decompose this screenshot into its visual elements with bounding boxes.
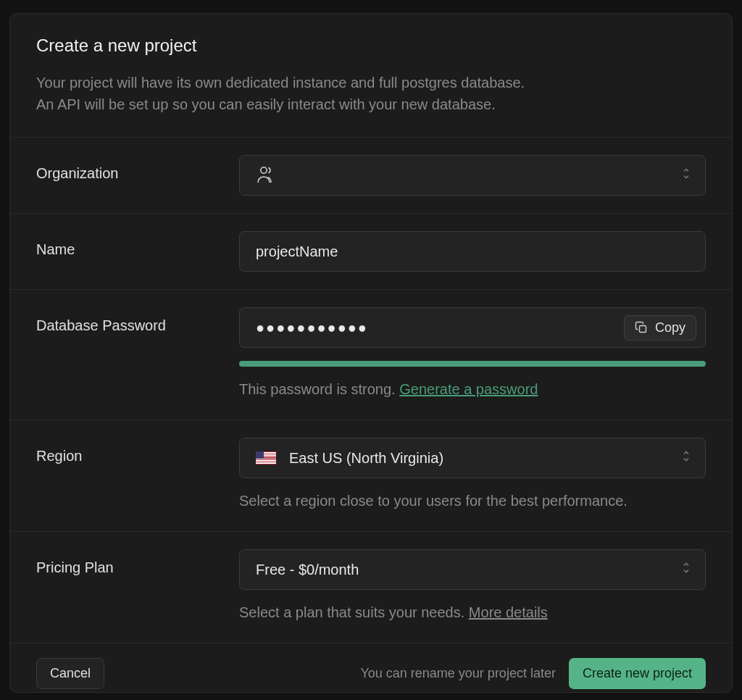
flag-us-icon (256, 451, 276, 464)
section-name: Name (10, 213, 732, 289)
rename-hint: You can rename your project later (360, 666, 556, 681)
modal-title: Create a new project (36, 36, 706, 56)
create-project-modal: Create a new project Your project will h… (9, 13, 733, 693)
region-hint: Select a region close to your users for … (239, 493, 706, 509)
plan-selected-value: Free - $0/month (256, 562, 359, 578)
chevron-updown-icon (682, 450, 691, 467)
modal-footer: Cancel You can rename your project later… (10, 643, 732, 700)
db-password-input[interactable]: ●●●●●●●●●●● (256, 320, 617, 336)
section-password: Database Password ●●●●●●●●●●● Copy This … (10, 289, 732, 420)
users-icon (256, 165, 278, 186)
label-plan: Pricing Plan (36, 549, 239, 576)
svg-rect-1 (639, 326, 646, 333)
copy-button-label: Copy (655, 320, 685, 336)
region-selected-value: East US (North Virginia) (289, 450, 443, 467)
region-select[interactable]: East US (North Virginia) (239, 438, 706, 478)
label-region: Region (36, 438, 239, 464)
section-region: Region East US (North Virginia) Select a… (10, 420, 732, 531)
cancel-button[interactable]: Cancel (36, 658, 104, 689)
project-name-input[interactable] (256, 243, 689, 260)
section-plan: Pricing Plan Free - $0/month Select a pl… (10, 531, 732, 643)
chevron-updown-icon (682, 167, 691, 184)
project-name-input-wrap (239, 231, 706, 272)
copy-icon (635, 321, 648, 334)
chevron-updown-icon (682, 562, 691, 578)
modal-header: Create a new project Your project will h… (10, 14, 732, 137)
more-details-link[interactable]: More details (469, 604, 548, 620)
label-password: Database Password (36, 307, 239, 334)
section-organization: Organization (10, 137, 732, 213)
plan-hint: Select a plan that suits your needs. Mor… (239, 604, 706, 621)
modal-description-line: Your project will have its own dedicated… (36, 72, 706, 93)
plan-hint-text: Select a plan that suits your needs. (239, 604, 469, 620)
label-name: Name (36, 231, 239, 258)
generate-password-link[interactable]: Generate a password (399, 381, 538, 397)
organization-select[interactable] (239, 155, 706, 196)
svg-point-0 (261, 167, 267, 173)
modal-description: Your project will have its own dedicated… (36, 72, 706, 115)
db-password-input-wrap: ●●●●●●●●●●● Copy (239, 307, 706, 348)
copy-password-button[interactable]: Copy (624, 315, 696, 341)
create-project-button[interactable]: Create new project (569, 658, 706, 689)
password-strength-text: This password is strong. (239, 381, 396, 397)
plan-select[interactable]: Free - $0/month (239, 549, 706, 590)
modal-description-line: An API will be set up so you can easily … (36, 93, 706, 115)
password-strength-bar (239, 361, 706, 367)
label-organization: Organization (36, 155, 239, 182)
password-hint: This password is strong. Generate a pass… (239, 381, 706, 398)
